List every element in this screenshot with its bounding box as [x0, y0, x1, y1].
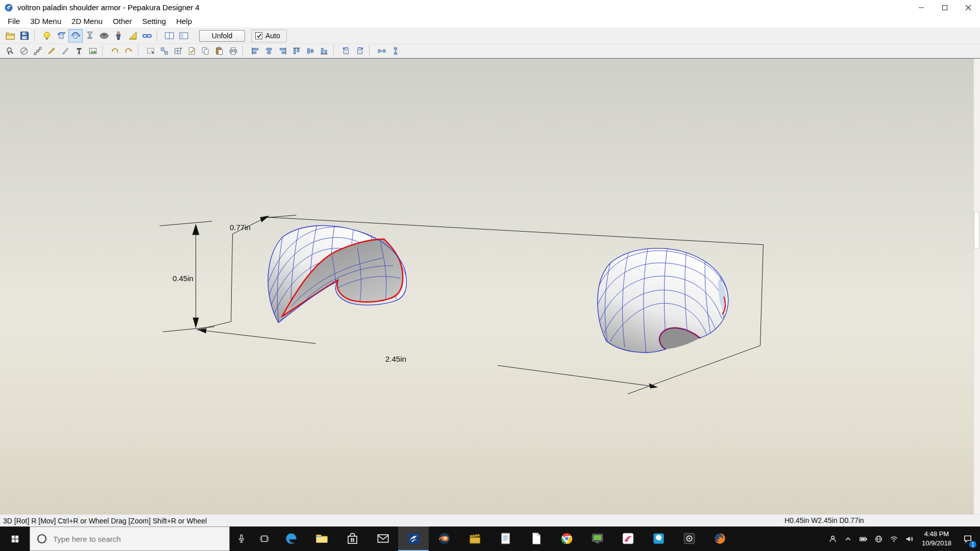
align-left-icon[interactable] [248, 45, 262, 57]
single-view-icon[interactable] [177, 29, 191, 42]
media-icon[interactable] [674, 527, 704, 551]
menu-item-3d-menu[interactable]: 3D Menu [25, 16, 66, 27]
divide-icon[interactable] [171, 45, 185, 57]
firefox-icon[interactable] [704, 527, 735, 551]
unfold-button[interactable]: Unfold [199, 30, 245, 42]
toolbar-separator [369, 45, 373, 57]
viewport-3d[interactable]: 0.77in 0.45in 2.45in [0, 58, 980, 514]
dimension-depth-label: 0.77in [230, 223, 251, 232]
auto-checkbox-label: Auto [265, 32, 280, 40]
align-middle-v-icon[interactable] [303, 45, 317, 57]
tray-icons [825, 527, 917, 551]
clock-date: 10/9/2018 [921, 539, 952, 548]
redo-icon[interactable] [121, 45, 135, 57]
save-icon[interactable] [17, 29, 32, 42]
notepad-icon[interactable] [490, 527, 521, 551]
capture-icon[interactable] [582, 527, 612, 551]
align-bottom-icon[interactable] [317, 45, 331, 57]
print-icon[interactable] [226, 45, 240, 57]
chat-icon[interactable] [643, 527, 674, 551]
dimension-arrows [192, 216, 658, 389]
status-hint-text: 3D [Rot] R [Mov] Ctrl+R or Wheel Drag [Z… [3, 517, 207, 525]
select-icon[interactable] [3, 45, 17, 57]
status-dimensions-text: H0.45in W2.45in D0.77in [785, 516, 864, 524]
move-part-icon[interactable] [157, 45, 171, 57]
store-icon[interactable] [337, 527, 368, 551]
titlebar: voltron paladin shoulder armor - Pepakur… [0, 0, 980, 15]
clapperboard-icon[interactable] [459, 527, 490, 551]
auto-unfold-option[interactable]: Auto [251, 30, 287, 42]
battery-icon[interactable] [855, 527, 871, 551]
viewport-scrollbar[interactable] [973, 59, 980, 514]
text-icon[interactable] [72, 45, 86, 57]
auto-checkbox[interactable] [255, 32, 262, 39]
taskbar-clock[interactable]: 4:48 PM 10/9/2018 [917, 530, 957, 548]
menu-item-other[interactable]: Other [108, 16, 137, 27]
task-view-icon[interactable] [253, 527, 276, 551]
copy-page-icon[interactable] [199, 45, 212, 57]
mail-icon[interactable] [368, 527, 398, 551]
paste-icon[interactable] [212, 45, 226, 57]
menu-item-help[interactable]: Help [171, 16, 197, 27]
action-center-icon[interactable]: 1 [957, 527, 979, 551]
edge-edit-icon[interactable] [31, 45, 44, 57]
knife-icon[interactable] [58, 45, 72, 57]
toolbar-main: Unfold Auto [0, 28, 980, 44]
edge-icon[interactable] [276, 527, 306, 551]
start-button[interactable] [0, 527, 30, 551]
solid-view-icon[interactable] [97, 29, 111, 42]
chrome-icon[interactable] [551, 527, 582, 551]
search-input[interactable] [53, 535, 206, 543]
window-title: voltron paladin shoulder armor - Pepakur… [17, 3, 200, 12]
microphone-icon[interactable] [230, 527, 253, 551]
shoulder-mesh-right[interactable] [596, 247, 728, 353]
document-icon[interactable] [521, 527, 551, 551]
taskbar-apps [276, 527, 735, 551]
disable-edit-icon[interactable] [17, 45, 31, 57]
maximize-button[interactable] [933, 0, 957, 15]
rotate-object-icon[interactable] [54, 29, 68, 42]
distribute-v-icon[interactable] [388, 45, 402, 57]
ruler-icon[interactable] [126, 29, 140, 42]
toolbar-separator [138, 45, 142, 57]
notification-badge: 1 [969, 541, 976, 548]
system-tray: 4:48 PM 10/9/2018 1 [825, 527, 980, 551]
image-icon[interactable] [86, 45, 100, 57]
clock-time: 4:48 PM [921, 530, 952, 539]
align-right-icon[interactable] [276, 45, 289, 57]
paint-icon[interactable] [612, 527, 643, 551]
light-bulb-icon[interactable] [40, 29, 54, 42]
minimize-button[interactable] [910, 0, 933, 15]
volume-icon[interactable] [901, 527, 917, 551]
rotate-view-icon[interactable] [68, 29, 83, 42]
pepakura-icon[interactable] [398, 527, 429, 551]
globe-icon[interactable] [871, 527, 886, 551]
blender-icon[interactable] [429, 527, 459, 551]
taskbar-search[interactable] [30, 527, 230, 551]
viewport-scrollbar-thumb[interactable] [974, 212, 979, 248]
wifi-icon[interactable] [886, 527, 901, 551]
file-explorer-icon[interactable] [306, 527, 337, 551]
split-view-icon[interactable] [162, 29, 177, 42]
link-icon[interactable] [140, 29, 154, 42]
distribute-h-icon[interactable] [375, 45, 388, 57]
rotate-left-icon[interactable] [339, 45, 353, 57]
close-button[interactable] [957, 0, 980, 15]
align-top-icon[interactable] [289, 45, 303, 57]
user-icon[interactable] [825, 527, 840, 551]
figure-icon[interactable] [111, 29, 126, 42]
goblet-icon[interactable] [83, 29, 97, 42]
rotate-right-icon[interactable] [353, 45, 366, 57]
open-folder-icon[interactable] [3, 29, 17, 42]
note-icon[interactable] [185, 45, 199, 57]
undo-icon[interactable] [108, 45, 121, 57]
chevron-up-icon[interactable] [840, 527, 855, 551]
menu-item-setting[interactable]: Setting [137, 16, 171, 27]
select-window-icon[interactable] [143, 45, 157, 57]
align-center-h-icon[interactable] [262, 45, 276, 57]
cortana-icon [36, 533, 48, 545]
pen-icon[interactable] [44, 45, 58, 57]
shoulder-mesh-left[interactable] [266, 225, 406, 323]
menu-item-2d-menu[interactable]: 2D Menu [66, 16, 108, 27]
menu-item-file[interactable]: File [3, 16, 25, 27]
